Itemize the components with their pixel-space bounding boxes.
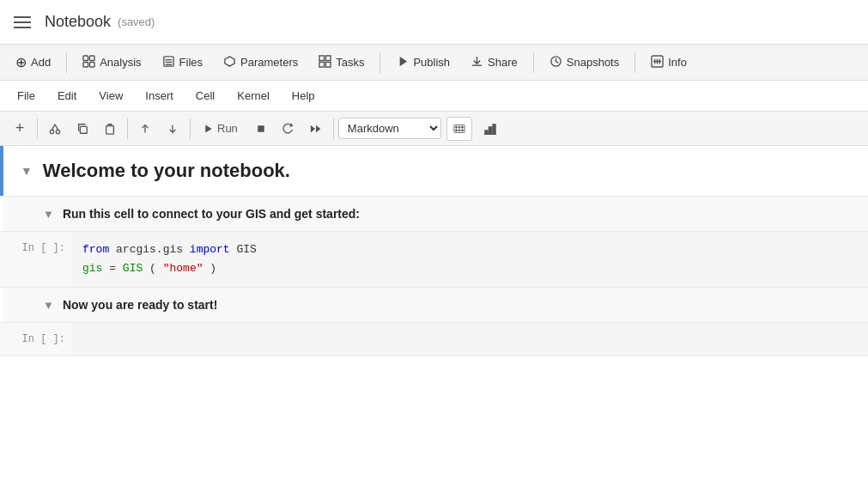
- cell-toolbar-divider-3: [190, 118, 191, 139]
- subheading-cell-1: ▼ Run this cell to connect to your GIS a…: [0, 197, 868, 232]
- chart-button[interactable]: [477, 117, 503, 141]
- keyword-import: import: [190, 243, 230, 256]
- menu-insert[interactable]: Insert: [135, 86, 184, 106]
- svg-rect-9: [319, 55, 325, 60]
- notebook-content: ▼ Welcome to your notebook. ▼ Run this c…: [0, 146, 868, 356]
- toolbar-divider-1: [66, 52, 67, 73]
- svg-rect-2: [83, 62, 88, 67]
- code-cell-2: In [ ]:: [0, 323, 868, 356]
- menu-edit[interactable]: Edit: [47, 86, 87, 106]
- svg-rect-29: [258, 125, 264, 132]
- svg-marker-28: [205, 125, 212, 132]
- restart-button[interactable]: [276, 117, 301, 141]
- keyword-from: from: [82, 243, 109, 256]
- parameters-button[interactable]: Parameters: [215, 51, 307, 75]
- subheading-text-1: Run this cell to connect to your GIS and…: [63, 207, 360, 221]
- cell-toolbar-divider-2: [127, 118, 128, 139]
- svg-rect-3: [90, 62, 95, 67]
- notebook-heading: Welcome to your notebook.: [43, 160, 290, 182]
- share-icon: [470, 55, 483, 70]
- svg-rect-1: [90, 55, 95, 60]
- snapshots-button[interactable]: Snapshots: [541, 51, 628, 75]
- add-cell-button[interactable]: +: [7, 117, 33, 141]
- paste-button[interactable]: [97, 117, 123, 141]
- svg-marker-13: [400, 56, 407, 65]
- cell-toolbar-divider-4: [333, 118, 334, 139]
- tasks-button[interactable]: Tasks: [310, 51, 373, 75]
- saved-badge: (saved): [118, 15, 155, 28]
- publish-button[interactable]: Publish: [387, 51, 458, 75]
- cut-button[interactable]: [42, 117, 68, 141]
- hamburger-menu[interactable]: [14, 16, 31, 28]
- svg-rect-10: [326, 55, 331, 60]
- toolbar-divider-4: [634, 52, 635, 73]
- svg-marker-30: [311, 125, 315, 132]
- move-down-button[interactable]: [160, 117, 185, 141]
- svg-rect-12: [326, 62, 331, 67]
- snapshots-icon: [549, 55, 562, 70]
- svg-point-20: [50, 130, 53, 133]
- svg-rect-38: [461, 129, 463, 131]
- heading-cell: ▼ Welcome to your notebook.: [0, 146, 868, 197]
- main-toolbar: ⊕ Add Analysis Files: [0, 45, 868, 81]
- code-content-2[interactable]: [72, 323, 868, 355]
- stop-button[interactable]: [248, 117, 274, 141]
- menu-cell[interactable]: Cell: [185, 86, 225, 106]
- title-bar: Notebook (saved): [0, 0, 868, 45]
- heading-collapse-arrow[interactable]: ▼: [21, 164, 33, 178]
- code-line-2: gis = GIS ( "home" ): [82, 259, 858, 278]
- share-button[interactable]: Share: [462, 51, 526, 75]
- menu-view[interactable]: View: [88, 86, 133, 106]
- svg-rect-42: [493, 125, 495, 134]
- svg-rect-36: [455, 129, 457, 131]
- svg-rect-35: [461, 126, 463, 128]
- svg-rect-37: [458, 129, 460, 131]
- menu-kernel[interactable]: Kernel: [227, 86, 280, 106]
- code-line-1: from arcgis.gis import GIS: [82, 240, 858, 259]
- var-gis: gis: [82, 262, 102, 275]
- info-icon: [651, 55, 664, 70]
- menu-bar: File Edit View Insert Cell Kernel Help: [0, 81, 868, 112]
- svg-line-23: [55, 124, 58, 130]
- svg-rect-33: [455, 126, 457, 128]
- files-button[interactable]: Files: [154, 51, 211, 75]
- files-icon: [162, 55, 175, 70]
- svg-rect-25: [106, 125, 114, 134]
- svg-rect-24: [80, 126, 87, 133]
- menu-file[interactable]: File: [7, 86, 46, 106]
- code-cell-1: In [ ]: from arcgis.gis import GIS gis =…: [0, 232, 868, 288]
- cell-toolbar-divider-1: [37, 118, 38, 139]
- svg-rect-40: [485, 131, 488, 134]
- tasks-icon: [319, 55, 331, 70]
- subheading-collapse-arrow-2[interactable]: ▼: [43, 299, 54, 312]
- add-icon: ⊕: [15, 54, 27, 70]
- analysis-button[interactable]: Analysis: [74, 51, 149, 75]
- svg-point-21: [56, 130, 59, 133]
- toolbar-divider-2: [379, 52, 380, 73]
- func-GIS: GIS: [123, 262, 143, 275]
- svg-rect-41: [489, 127, 491, 134]
- keyboard-shortcuts-button[interactable]: [446, 117, 472, 141]
- move-up-button[interactable]: [132, 117, 158, 141]
- run-button[interactable]: Run: [195, 118, 246, 138]
- code-label-2: In [ ]:: [3, 323, 72, 355]
- menu-help[interactable]: Help: [282, 86, 325, 106]
- cell-type-select[interactable]: Markdown Code Raw NBConvert: [338, 118, 441, 139]
- svg-marker-31: [316, 125, 320, 132]
- fast-forward-button[interactable]: [303, 117, 329, 141]
- toolbar-divider-3: [533, 52, 534, 73]
- svg-rect-11: [319, 62, 325, 67]
- copy-button[interactable]: [70, 117, 95, 141]
- subheading-cell-2: ▼ Now you are ready to start!: [0, 288, 868, 323]
- code-content-1[interactable]: from arcgis.gis import GIS gis = GIS ( "…: [72, 232, 868, 287]
- svg-rect-0: [83, 55, 88, 60]
- add-button[interactable]: ⊕ Add: [7, 50, 59, 75]
- subheading-collapse-arrow-1[interactable]: ▼: [43, 208, 54, 221]
- analysis-icon: [82, 55, 95, 70]
- parameters-icon: [223, 55, 236, 70]
- svg-rect-34: [458, 126, 460, 128]
- notebook-title: Notebook: [45, 13, 111, 31]
- cell-toolbar: + R: [0, 112, 868, 146]
- svg-line-22: [52, 124, 56, 130]
- info-button[interactable]: Info: [642, 51, 695, 75]
